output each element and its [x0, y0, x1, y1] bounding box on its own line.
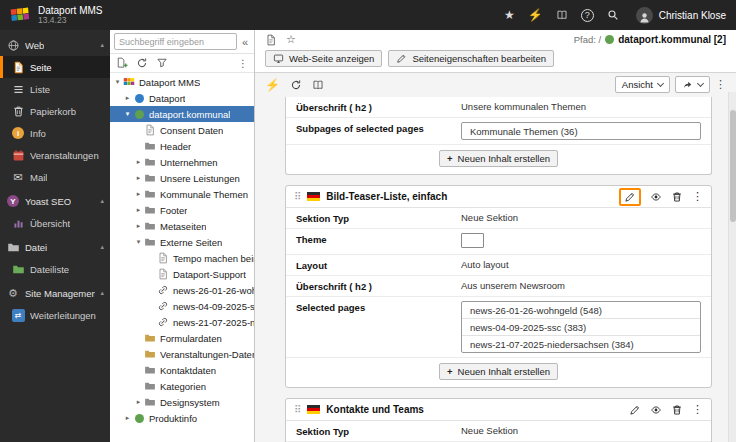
redirects-icon: ⇄	[11, 308, 25, 322]
tree-node-unsere-leistungen[interactable]: ▸ Unsere Leistungen	[110, 170, 254, 186]
tree-node-unternehmen[interactable]: ▸ Unternehmen	[110, 154, 254, 170]
visibility-eye-icon[interactable]	[650, 404, 662, 416]
tree-node-designsystem[interactable]: ▸ Designsystem	[110, 394, 254, 410]
module-item-weiterleitungen[interactable]: ⇄ Weiterleitungen	[0, 304, 110, 326]
tree-node-dataport-support[interactable]: Dataport-Support	[110, 266, 254, 282]
scrollbar-thumb[interactable]	[730, 110, 736, 222]
module-item-dateiliste[interactable]: Dateiliste	[0, 258, 110, 280]
module-item-liste[interactable]: Liste	[0, 78, 110, 100]
tree-node-footer[interactable]: ▸ Footer	[110, 202, 254, 218]
chevron-right-icon[interactable]: ▸	[123, 414, 132, 422]
web-globe-icon	[6, 38, 20, 52]
link-icon	[156, 300, 170, 313]
filter-tree-icon[interactable]	[156, 57, 168, 69]
chevron-down-icon[interactable]: ▾	[113, 78, 122, 86]
field-row: Sektion Typ Neue Sektion	[286, 421, 711, 442]
chevron-down-icon[interactable]: ▾	[134, 238, 143, 246]
more-options-icon[interactable]: ⋮	[715, 78, 726, 91]
listbox-item[interactable]: news-04-09-2025-ssc (383)	[462, 319, 700, 336]
view-mode-dropdown[interactable]: Ansicht	[615, 76, 670, 93]
field-label: Überschrift ( h2 )	[296, 280, 461, 292]
chevron-right-icon[interactable]: ▸	[134, 190, 143, 198]
module-item-mail[interactable]: ✉ Mail	[0, 166, 110, 188]
clear-cache-bolt-icon[interactable]: ⚡	[528, 8, 543, 22]
visibility-eye-icon[interactable]	[650, 191, 662, 203]
delete-trash-icon[interactable]	[671, 191, 683, 203]
tree-more-options-icon[interactable]: ⋮	[238, 58, 248, 69]
module-item-info[interactable]: i Info	[0, 122, 110, 144]
view-webpage-button[interactable]: Web-Seite anzeigen	[265, 50, 382, 67]
delete-trash-icon[interactable]	[671, 404, 683, 416]
overview-chart-icon	[11, 216, 25, 230]
app-identity: Dataport MMS 13.4.23	[38, 5, 102, 25]
module-item-label: Übersicht	[30, 218, 70, 229]
page-icon	[156, 252, 170, 265]
module-item-veranstaltungen[interactable]: Veranstaltungen	[0, 144, 110, 166]
tree-node-produktinfo[interactable]: ▸ Produktinfo	[110, 410, 254, 426]
view-mode-label: Ansicht	[622, 79, 653, 90]
listbox-item[interactable]: news-26-01-26-wohngeld (548)	[462, 302, 700, 319]
german-flag-icon	[307, 192, 320, 201]
tree-node-label: Dataport	[149, 93, 185, 104]
listbox-item[interactable]: news-21-07-2025-niedersachsen (384)	[462, 336, 700, 352]
reload-icon[interactable]	[290, 79, 302, 91]
tree-node-root[interactable]: ▾ Dataport MMS	[110, 74, 254, 90]
drag-handle-icon[interactable]: ⠿	[294, 191, 301, 202]
tree-node-label: Footer	[160, 205, 187, 216]
drag-handle-icon[interactable]: ⠿	[294, 404, 301, 415]
tree-node-kommunale-themen[interactable]: ▸ Kommunale Themen	[110, 186, 254, 202]
chevron-right-icon[interactable]: ▸	[134, 158, 143, 166]
flush-cache-bolt-icon[interactable]: ⚡	[265, 78, 280, 92]
page-icon[interactable]	[265, 34, 277, 46]
module-group-web[interactable]: Web ▴	[0, 32, 110, 56]
tree-node-dataport[interactable]: ▸ Dataport	[110, 90, 254, 106]
tree-node-formulardaten[interactable]: Formulardaten	[110, 330, 254, 346]
tree-node-dataport-kommunal[interactable]: ▾ dataport.kommunal	[110, 106, 254, 122]
tree-node-news-ssc[interactable]: news-04-09-2025-ssc	[110, 298, 254, 314]
bookmark-star-icon[interactable]: ★	[504, 8, 515, 22]
collapse-tree-icon[interactable]: «	[240, 36, 250, 48]
tree-node-veranstaltungen-daten[interactable]: Veranstaltungen-Daten	[110, 346, 254, 362]
search-icon[interactable]	[607, 9, 619, 21]
theme-color-input[interactable]	[461, 233, 484, 248]
chevron-right-icon[interactable]: ▸	[123, 94, 132, 102]
module-group-site-management[interactable]: ⚙ Site Management ▴	[0, 280, 110, 304]
new-page-icon[interactable]	[116, 57, 128, 69]
module-item-uebersicht[interactable]: Übersicht	[0, 212, 110, 234]
module-item-seite[interactable]: Seite	[0, 56, 110, 78]
more-options-icon[interactable]: ⋮	[692, 190, 703, 203]
tree-node-header[interactable]: Header	[110, 138, 254, 154]
user-menu[interactable]: Christian Klose	[636, 7, 726, 24]
edit-pencil-icon[interactable]	[624, 191, 636, 203]
module-item-papierkorb[interactable]: Papierkorb	[0, 100, 110, 122]
tree-node-news-niedersachsen[interactable]: news-21-07-2025-nieders...	[110, 314, 254, 330]
help-icon[interactable]: ?	[581, 9, 594, 22]
new-content-button[interactable]: + Neuen Inhalt erstellen	[439, 150, 558, 167]
module-group-yoast-seo[interactable]: Y Yoast SEO ▴	[0, 188, 110, 212]
chevron-right-icon[interactable]: ▸	[134, 222, 143, 230]
tree-node-kontaktdaten[interactable]: Kontaktdaten	[110, 362, 254, 378]
tree-node-externe-seiten[interactable]: ▾ Externe Seiten	[110, 234, 254, 250]
edit-pencil-icon[interactable]	[629, 404, 641, 416]
documentation-book-icon[interactable]	[556, 9, 568, 21]
refresh-tree-icon[interactable]	[136, 57, 148, 69]
chevron-right-icon[interactable]: ▸	[134, 174, 143, 182]
tree-node-consent-daten[interactable]: Consent Daten	[110, 122, 254, 138]
more-options-icon[interactable]: ⋮	[692, 403, 703, 416]
chevron-right-icon[interactable]: ▸	[134, 206, 143, 214]
module-group-datei[interactable]: Datei ▴	[0, 234, 110, 258]
tree-node-tempo-machen[interactable]: Tempo machen beim Onli...	[110, 250, 254, 266]
tree-search-input[interactable]	[114, 33, 237, 50]
chevron-down-icon[interactable]: ▾	[123, 110, 132, 118]
edit-page-properties-button[interactable]: Seiteneigenschaften bearbeiten	[388, 50, 554, 67]
share-split-button[interactable]	[675, 76, 710, 93]
chevron-right-icon[interactable]: ▸	[134, 398, 143, 406]
reference-book-icon[interactable]	[312, 79, 324, 91]
filelist-folder-icon	[11, 262, 25, 276]
listbox-item[interactable]: Kommunale Themen (36)	[462, 123, 700, 139]
tree-node-metaseiten[interactable]: ▸ Metaseiten	[110, 218, 254, 234]
tree-node-news-wohngeld[interactable]: news-26-01-26-wohngeld	[110, 282, 254, 298]
tree-node-kategorien[interactable]: Kategorien	[110, 378, 254, 394]
new-content-button[interactable]: + Neuen Inhalt erstellen	[439, 363, 558, 380]
bookmark-icon[interactable]: ☆	[286, 33, 296, 46]
